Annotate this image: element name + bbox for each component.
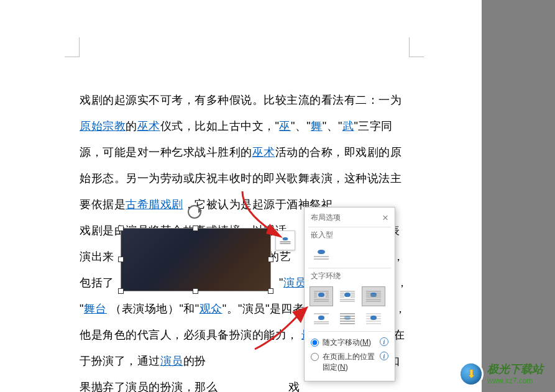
wrap-tight[interactable] [336,286,359,306]
text: （表演场地）"和" [107,303,200,315]
wrap-square[interactable] [310,286,333,306]
svg-rect-19 [344,293,351,297]
svg-rect-9 [318,293,324,297]
section-inline-label: 嵌入型 [305,227,395,243]
resize-handle-tl[interactable] [118,226,124,231]
resize-handle-bm[interactable] [193,288,198,294]
text: ， [397,276,408,289]
svg-rect-34 [318,316,324,320]
text: 演出来 [80,250,114,263]
text: 包括了 [80,276,114,289]
link-actor-2[interactable]: 演员 [160,355,183,367]
link-wushu-2[interactable]: 巫术 [252,146,275,158]
radio-move-with-text[interactable]: 随文字移动(M) i [311,335,388,350]
link-primitive-religion[interactable]: 原始宗教 [80,120,126,132]
document-page: 戏剧的起源实不可考，有多种假说。比较主流的看法有二：一为原始宗教的巫术仪式，比如… [0,0,482,392]
link-greek-theatre[interactable]: 古希腊戏剧 [126,198,183,211]
wrap-through[interactable] [362,286,385,306]
text: 戏 [288,381,300,392]
watermark-brand: 极光下载站 [487,363,543,376]
margin-corner-top-left [65,37,80,57]
resize-handle-bl[interactable] [118,288,124,294]
section-wrap-label: 文字环绕 [305,268,395,284]
text: 的 [126,120,137,132]
radio-fixed-input[interactable] [311,353,319,361]
svg-rect-3 [318,250,325,254]
inserted-image[interactable] [121,229,270,291]
link-actor-1[interactable]: 演员 [283,276,306,289]
link-wu[interactable]: 巫 [279,120,291,132]
svg-rect-48 [370,316,377,320]
text: "、" [323,120,342,132]
link-wushu-1[interactable]: 巫术 [137,120,160,132]
margin-corner-top-right [409,37,424,57]
resize-handle-tm[interactable] [193,226,198,231]
text: " [279,276,283,289]
resize-handle-mr[interactable] [268,257,273,262]
text: "。"演员"是四者 [222,303,305,315]
text: " [80,303,84,315]
text: 的扮 [183,355,206,367]
layout-icon [276,231,295,250]
layout-options-button[interactable] [275,230,295,250]
close-icon[interactable]: × [382,212,388,223]
wrap-top-bottom[interactable] [310,309,333,329]
radio-fixed-position[interactable]: 在页面上的位置固定(N) i [311,350,388,375]
popup-title: 布局选项 [311,212,341,223]
link-martial[interactable]: 武 [342,120,354,132]
text: "、" [291,120,311,132]
watermark-download-icon [459,362,484,386]
svg-rect-0 [283,237,288,240]
resize-handle-br[interactable] [268,288,273,294]
watermark: 极光下载站 www.xz7.com [459,359,552,389]
rotate-handle-icon[interactable] [188,205,201,219]
layout-options-popup: 布局选项 × 嵌入型 文字环绕 [304,207,395,381]
text: 仪式，比如上古中文，" [160,120,280,132]
wrap-inline[interactable] [310,245,333,265]
radio-move-input[interactable] [311,339,319,347]
info-icon[interactable]: i [380,337,388,346]
wrap-front-text[interactable] [362,309,385,329]
resize-handle-ml[interactable] [118,257,124,262]
text: 戏剧的起源实不可考，有多种假说。比较主流的看法有二：一为 [80,94,401,106]
info-icon[interactable]: i [380,352,388,360]
link-audience[interactable]: 观众 [200,303,222,315]
app-sidebar [482,0,555,392]
watermark-url: www.xz7.com [487,376,543,385]
resize-handle-tr[interactable] [268,226,273,231]
selection-border [121,228,271,291]
link-stage[interactable]: 舞台 [84,303,107,315]
link-dance[interactable]: 舞 [311,120,323,132]
wrap-behind-text[interactable] [336,309,359,329]
